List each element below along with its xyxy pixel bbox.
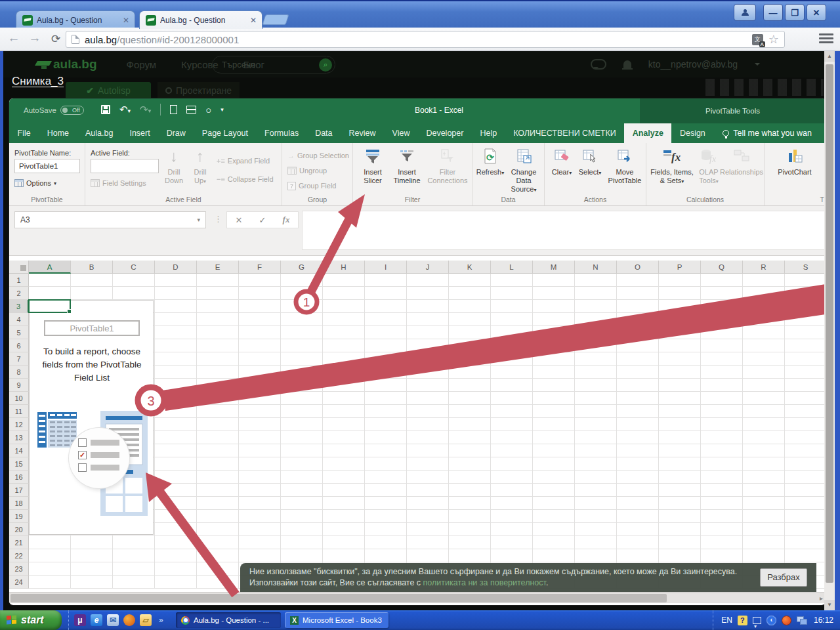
column-header-p[interactable]: P: [659, 261, 701, 274]
row-header-15[interactable]: 15: [9, 457, 29, 471]
cancel-icon[interactable]: ✕: [236, 215, 243, 225]
cookie-accept-button[interactable]: Разбрах: [760, 568, 807, 587]
redo-icon[interactable]: ↷▾: [140, 104, 151, 116]
row-header-5[interactable]: 5: [9, 326, 29, 339]
user-profile-button[interactable]: [734, 4, 756, 21]
sheet-horizontal-scrollbar[interactable]: ▸: [9, 592, 826, 603]
column-header-f[interactable]: F: [239, 261, 281, 274]
insert-function-icon[interactable]: fx: [283, 215, 290, 225]
autosave-toggle[interactable]: AutoSave Off: [24, 106, 84, 115]
internet-explorer-icon[interactable]: e: [91, 614, 102, 626]
tab-close-icon[interactable]: ✕: [123, 16, 129, 25]
browser-tab-1[interactable]: Aula.bg - Question ✕: [16, 10, 135, 29]
excel-tab-aula-bg[interactable]: Aula.bg: [77, 123, 121, 143]
aula-logo[interactable]: aula.bg: [36, 57, 97, 72]
customize-qat-icon[interactable]: ▾: [220, 106, 224, 113]
site-search-input[interactable]: Търсене ⌕: [212, 56, 335, 74]
options-button[interactable]: Options▾: [14, 176, 56, 190]
quick-launch-more-icon[interactable]: »: [159, 616, 163, 625]
collapse-field-button[interactable]: −≡ Collapse Field: [217, 172, 274, 186]
column-header-l[interactable]: L: [491, 261, 533, 274]
row-header-10[interactable]: 10: [9, 392, 29, 405]
start-button[interactable]: start: [0, 610, 62, 630]
refresh-button[interactable]: ⟳ Refresh▾: [475, 146, 505, 177]
column-header-i[interactable]: I: [365, 261, 407, 274]
column-header-a[interactable]: A: [29, 261, 71, 274]
ime-help-icon[interactable]: ?: [738, 616, 747, 625]
change-data-source-button[interactable]: Change Data Source▾: [504, 146, 543, 194]
autosave-off-pill[interactable]: Off: [60, 106, 84, 115]
circle-icon[interactable]: ○: [205, 104, 211, 116]
column-header-j[interactable]: J: [407, 261, 449, 274]
tell-me-box[interactable]: Tell me what you wan: [713, 123, 812, 143]
excel-tab-view[interactable]: View: [384, 123, 418, 143]
pivottable-name-input[interactable]: [14, 159, 80, 173]
insert-timeline-button[interactable]: Insert Timeline: [390, 146, 424, 185]
browser-vertical-scrollbar[interactable]: ▲ ▼: [824, 51, 835, 610]
excel-tab-formulas[interactable]: Formulas: [257, 123, 307, 143]
site-nav-item[interactable]: Форум: [127, 59, 157, 70]
row-header-7[interactable]: 7: [9, 352, 29, 366]
firefox-icon[interactable]: [123, 614, 135, 626]
taskbar-window-excel[interactable]: X Microsoft Excel - Book3: [285, 612, 388, 628]
row-header-12[interactable]: 12: [9, 418, 29, 431]
name-box[interactable]: A3 ▾: [14, 211, 206, 228]
address-bar[interactable]: aula.bg/question#id-200128000001 文 ☆: [66, 31, 785, 48]
scrollbar-thumb[interactable]: [10, 594, 667, 602]
excel-tab-draw[interactable]: Draw: [158, 123, 194, 143]
column-header-k[interactable]: K: [449, 261, 491, 274]
row-header-18[interactable]: 18: [9, 497, 29, 510]
row-header-1[interactable]: 1: [9, 274, 29, 287]
selected-cell-a3[interactable]: [28, 299, 71, 313]
row-header-14[interactable]: 14: [9, 444, 29, 457]
drill-up-button[interactable]: ↑ Drill Up▾: [187, 146, 213, 186]
notifications-bell-icon[interactable]: [623, 60, 631, 68]
excel-tab-page-layout[interactable]: Page Layout: [194, 123, 256, 143]
active-field-input[interactable]: [91, 159, 159, 173]
excel-tab-insert[interactable]: Insert: [121, 123, 158, 143]
olap-tools-button[interactable]: fx OLAP Tools▾: [695, 146, 723, 186]
scroll-right-icon[interactable]: ▸: [820, 595, 823, 602]
column-header-h[interactable]: H: [323, 261, 365, 274]
row-header-13[interactable]: 13: [9, 431, 29, 444]
new-tab-button[interactable]: [262, 14, 289, 25]
excel-tab-developer[interactable]: Developer: [418, 123, 472, 143]
group-selection-button[interactable]: → Group Selection: [287, 148, 349, 163]
move-pivottable-button[interactable]: Move PivotTable: [605, 146, 644, 185]
excel-tab-analyze[interactable]: Analyze: [624, 123, 671, 143]
formula-bar-grip[interactable]: ⋮: [214, 214, 223, 224]
table-view-icon[interactable]: [186, 106, 196, 114]
new-page-icon[interactable]: [170, 105, 177, 114]
restore-window-icon[interactable]: [753, 617, 761, 624]
excel-tab-home[interactable]: Home: [39, 123, 77, 143]
row-header-11[interactable]: 11: [9, 405, 29, 418]
formula-input[interactable]: [302, 211, 825, 250]
forward-button[interactable]: →: [26, 31, 43, 45]
row-header-9[interactable]: 9: [9, 379, 29, 392]
row-header-19[interactable]: 19: [9, 510, 29, 523]
row-header-20[interactable]: 20: [9, 523, 29, 536]
column-header-r[interactable]: R: [743, 261, 785, 274]
scroll-down-icon[interactable]: ▼: [824, 600, 835, 610]
language-indicator[interactable]: EN: [721, 616, 732, 625]
tab-close-icon[interactable]: ✕: [250, 16, 257, 25]
name-box-caret-icon[interactable]: ▾: [197, 217, 200, 223]
column-header-c[interactable]: C: [113, 261, 155, 274]
row-header-17[interactable]: 17: [9, 484, 29, 497]
taskbar-window-aula[interactable]: Aula.bg - Question - ...: [176, 612, 281, 628]
column-header-d[interactable]: D: [155, 261, 197, 274]
hide-icons-chevron-icon[interactable]: ‹: [766, 616, 776, 625]
tray-app-icon[interactable]: [782, 616, 791, 625]
row-header-2[interactable]: 2: [9, 287, 29, 300]
row-header-22[interactable]: 22: [9, 549, 29, 562]
excel-tab-data[interactable]: Data: [307, 123, 341, 143]
row-header-4[interactable]: 4: [9, 313, 29, 326]
reload-button[interactable]: ⟳: [47, 32, 64, 46]
excel-tab-review[interactable]: Review: [341, 123, 384, 143]
enter-check-icon[interactable]: ✓: [259, 215, 266, 225]
row-header-21[interactable]: 21: [9, 536, 29, 549]
excel-tab-help[interactable]: Help: [472, 123, 505, 143]
scrollbar-thumb[interactable]: [826, 64, 833, 583]
excel-tab-design[interactable]: Design: [671, 123, 713, 143]
excel-tab-file[interactable]: File: [9, 123, 39, 143]
